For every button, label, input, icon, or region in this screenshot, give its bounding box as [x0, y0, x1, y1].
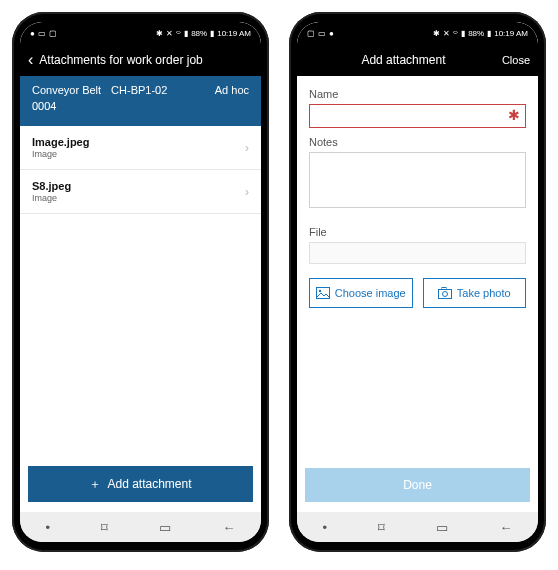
nav-back-icon[interactable]: ← [499, 520, 512, 535]
name-input[interactable] [309, 104, 526, 128]
android-navbar: • ⌑ ▭ ← [20, 512, 261, 542]
asset-code: CH-BP1-02 [111, 84, 167, 96]
svg-point-4 [442, 292, 447, 297]
nav-recent-icon[interactable]: ⌑ [378, 520, 385, 535]
clock-text: 10:19 AM [494, 29, 528, 38]
nav-back-icon[interactable]: ← [222, 520, 235, 535]
circle-icon: ● [329, 29, 334, 38]
page-title: Add attachment [305, 53, 502, 67]
nav-recent-icon[interactable]: ⌑ [101, 520, 108, 535]
notes-input[interactable] [309, 152, 526, 208]
svg-rect-3 [442, 288, 446, 290]
wifi-icon: ⌔ [176, 29, 181, 38]
battery-icon: ▮ [487, 29, 491, 38]
notes-label: Notes [309, 136, 526, 148]
battery-text: 88% [468, 29, 484, 38]
done-button[interactable]: Done [305, 468, 530, 502]
nav-home-icon[interactable]: ▭ [436, 520, 448, 535]
circle-icon: ● [30, 29, 35, 38]
svg-point-1 [319, 290, 321, 292]
status-bar: ● ▭ ▢ ✱ ✕ ⌔ ▮ 88% ▮ 10:19 AM [20, 22, 261, 44]
context-header: Conveyor Belt CH-BP1-02 Ad hoc 0004 [20, 76, 261, 126]
cast-icon: ▢ [307, 29, 315, 38]
bluetooth-icon: ✱ [433, 29, 440, 38]
take-photo-label: Take photo [457, 287, 511, 299]
clock-text: 10:19 AM [217, 29, 251, 38]
page-title: Attachments for work order job [39, 53, 253, 67]
camera-icon [438, 287, 452, 299]
android-navbar: • ⌑ ▭ ← [297, 512, 538, 542]
file-type: Image [32, 193, 245, 203]
attachment-form: Name ✱ Notes File Choose image [297, 76, 538, 468]
file-name: Image.jpeg [32, 136, 245, 148]
attachment-list: Image.jpeg Image › S8.jpeg Image › [20, 126, 261, 466]
file-field[interactable] [309, 242, 526, 264]
required-asterisk-icon: ✱ [508, 107, 520, 123]
file-label: File [309, 226, 526, 238]
done-label: Done [403, 478, 432, 492]
file-type: Image [32, 149, 245, 159]
image-icon [316, 287, 330, 299]
chevron-right-icon: › [245, 185, 249, 199]
app-icon: ▭ [38, 29, 46, 38]
nav-home-icon[interactable]: ▭ [159, 520, 171, 535]
signal-icon: ▮ [461, 29, 465, 38]
svg-rect-2 [438, 290, 451, 299]
add-attachment-label: Add attachment [107, 477, 191, 491]
battery-text: 88% [191, 29, 207, 38]
battery-icon: ▮ [210, 29, 214, 38]
mute-icon: ✕ [166, 29, 173, 38]
signal-icon: ▮ [184, 29, 188, 38]
bluetooth-icon: ✱ [156, 29, 163, 38]
app-header: ‹ Attachments for work order job [20, 44, 261, 76]
name-label: Name [309, 88, 526, 100]
back-icon[interactable]: ‹ [28, 51, 33, 69]
phone-left: ● ▭ ▢ ✱ ✕ ⌔ ▮ 88% ▮ 10:19 AM ‹ Attachmen… [12, 12, 269, 552]
choose-image-button[interactable]: Choose image [309, 278, 413, 308]
cast-icon: ▢ [49, 29, 57, 38]
status-bar: ▢ ▭ ● ✱ ✕ ⌔ ▮ 88% ▮ 10:19 AM [297, 22, 538, 44]
wifi-icon: ⌔ [453, 29, 458, 38]
svg-rect-0 [316, 288, 329, 299]
list-item[interactable]: S8.jpeg Image › [20, 170, 261, 214]
asset-number: 0004 [32, 100, 249, 112]
mute-icon: ✕ [443, 29, 450, 38]
plus-icon: ＋ [89, 476, 101, 493]
phone-right: ▢ ▭ ● ✱ ✕ ⌔ ▮ 88% ▮ 10:19 AM Add attachm… [289, 12, 546, 552]
nav-dot-icon: • [323, 520, 328, 535]
file-name: S8.jpeg [32, 180, 245, 192]
take-photo-button[interactable]: Take photo [423, 278, 527, 308]
list-item[interactable]: Image.jpeg Image › [20, 126, 261, 170]
close-button[interactable]: Close [502, 54, 530, 66]
asset-name: Conveyor Belt [32, 84, 101, 96]
chevron-right-icon: › [245, 141, 249, 155]
choose-image-label: Choose image [335, 287, 406, 299]
job-type: Ad hoc [215, 84, 249, 96]
nav-dot-icon: • [46, 520, 51, 535]
add-attachment-button[interactable]: ＋ Add attachment [28, 466, 253, 502]
app-header: Add attachment Close [297, 44, 538, 76]
app-icon: ▭ [318, 29, 326, 38]
